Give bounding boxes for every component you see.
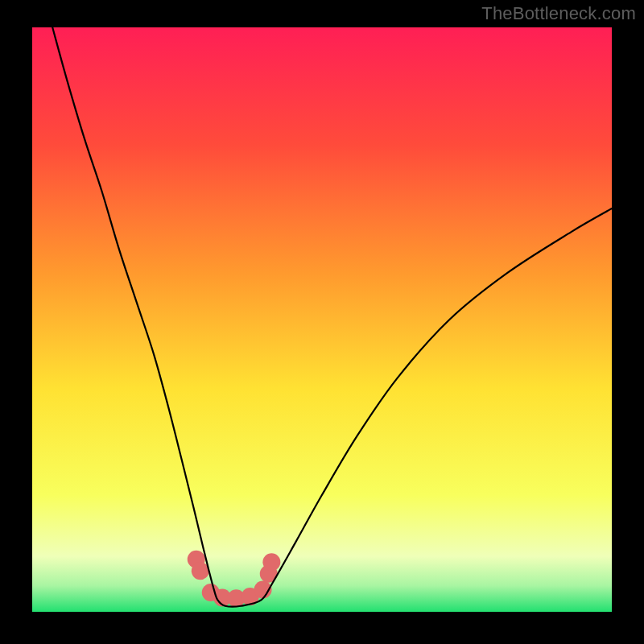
plot-area <box>32 27 612 612</box>
watermark: TheBottleneck.com <box>481 3 636 24</box>
gradient-background <box>32 27 612 612</box>
marker-dot <box>192 562 209 580</box>
plot-svg <box>32 27 612 612</box>
marker-dot <box>262 553 280 571</box>
chart-frame: TheBottleneck.com <box>0 0 644 644</box>
